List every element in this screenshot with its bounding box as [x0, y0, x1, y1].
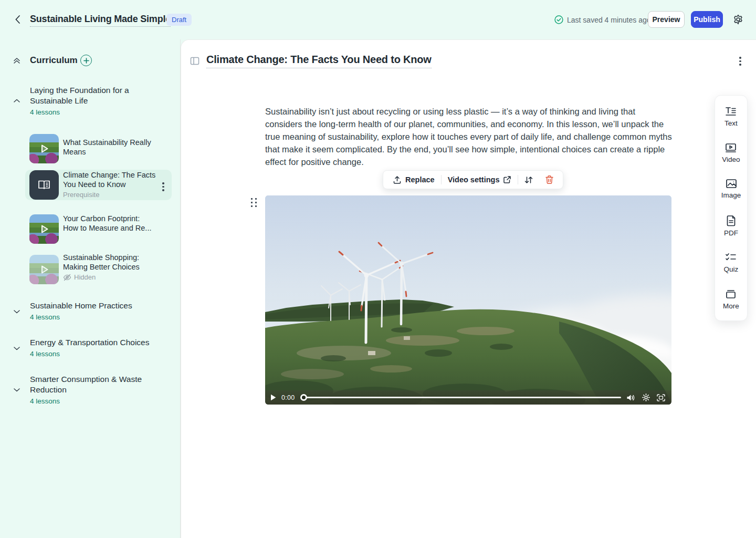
lesson-item-carbon-footprint[interactable]: Your Carbon Footprint: How to Measure an…	[25, 210, 172, 249]
video-settings-label: Video settings	[448, 175, 500, 184]
status-badge: Draft	[166, 14, 192, 26]
section-3-title[interactable]: Energy & Transportation Choices	[30, 337, 159, 348]
lesson-item-sustainable-shopping[interactable]: Sustainable Shopping: Making Better Choi…	[25, 251, 172, 288]
move-up-down-icon	[524, 175, 533, 184]
delete-block-button[interactable]	[539, 171, 560, 189]
lesson-item-climate-change[interactable]: Climate Change: The Facts You Need to Kn…	[25, 170, 172, 200]
lesson-video-thumbnail	[29, 214, 59, 244]
lesson-title: Your Carbon Footprint: How to Measure an…	[63, 214, 156, 233]
more-blocks-icon	[725, 289, 737, 299]
play-button[interactable]	[270, 394, 276, 401]
chevron-up-icon	[13, 97, 21, 105]
video-player[interactable]: 0:00	[265, 195, 671, 405]
section-2-meta: 4 lessons	[30, 313, 60, 321]
palette-label: More	[723, 302, 739, 310]
replace-label: Replace	[405, 175, 435, 184]
play-icon	[29, 214, 59, 244]
image-block-icon	[726, 179, 737, 189]
video-block-toolbar: Replace Video settings	[383, 170, 563, 189]
check-circle-icon	[554, 15, 563, 24]
reorder-block-button[interactable]	[518, 171, 539, 189]
curriculum-title: Curriculum	[30, 55, 78, 66]
replace-button[interactable]: Replace	[386, 171, 441, 189]
current-time: 0:00	[281, 394, 295, 401]
panel-left-icon	[190, 56, 200, 66]
play-icon	[29, 255, 59, 284]
palette-label: Quiz	[724, 265, 739, 273]
back-button[interactable]	[12, 14, 23, 25]
add-text-block-button[interactable]: Text	[724, 106, 738, 127]
section-3-chevron[interactable]	[13, 344, 21, 353]
external-link-icon	[503, 175, 511, 184]
volume-button[interactable]	[626, 394, 635, 401]
last-saved-text: Last saved 4 minutes ago	[567, 16, 651, 24]
content-block-palette: Text Video Image	[715, 95, 748, 321]
section-3-meta: 4 lessons	[30, 350, 60, 358]
palette-label: PDF	[724, 229, 738, 237]
section-4-meta: 4 lessons	[30, 397, 60, 405]
chevron-down-icon	[13, 386, 21, 394]
open-book-icon	[37, 179, 51, 191]
lesson-subtitle: Hidden	[74, 273, 96, 281]
add-video-block-button[interactable]: Video	[722, 143, 740, 163]
sidebar-toggle-button[interactable]	[190, 56, 200, 66]
lesson-item-what-sustainability[interactable]: What Sustainability Really Means	[25, 130, 172, 168]
add-image-block-button[interactable]: Image	[721, 179, 741, 199]
play-icon	[29, 134, 59, 163]
lesson-title: Climate Change: The Facts You Need to Kn…	[63, 170, 156, 189]
lesson-subtitle: Prerequisite	[63, 191, 99, 199]
section-2-title[interactable]: Sustainable Home Practices	[30, 301, 159, 311]
lesson-menu-button[interactable]	[162, 182, 164, 191]
more-blocks-button[interactable]: More	[723, 289, 739, 310]
double-chevron-up-icon	[12, 56, 22, 65]
quiz-block-icon	[725, 252, 737, 263]
eye-off-icon	[63, 274, 71, 281]
section-1-title[interactable]: Laying the Foundation for a Sustainable …	[30, 85, 159, 106]
progress-track[interactable]	[306, 397, 621, 398]
upload-icon	[393, 175, 402, 184]
lesson-title: Sustainable Shopping: Making Better Choi…	[63, 253, 156, 272]
chevron-down-icon	[13, 344, 21, 353]
publish-button[interactable]: Publish	[691, 11, 723, 28]
palette-label: Text	[724, 119, 738, 127]
trash-icon	[545, 175, 554, 184]
lesson-title: What Sustainability Really Means	[63, 138, 156, 157]
section-4-chevron[interactable]	[13, 386, 21, 394]
video-frame-wind-turbines	[265, 195, 671, 405]
add-quiz-block-button[interactable]: Quiz	[724, 252, 739, 273]
chevron-left-icon	[15, 15, 20, 24]
settings-gear-button[interactable]	[732, 14, 744, 25]
course-builder-app: Sustainable Living Made Simple Draft Las…	[0, 0, 756, 538]
add-pdf-block-button[interactable]: PDF	[724, 215, 738, 237]
lesson-page-title[interactable]: Climate Change: The Facts You Need to Kn…	[206, 54, 432, 68]
curriculum-header: Curriculum	[0, 54, 180, 68]
curriculum-sidebar: Curriculum Laying the Foundation for a S…	[0, 39, 181, 538]
section-2-chevron[interactable]	[13, 307, 21, 316]
lesson-paragraph[interactable]: Sustainability isn’t just about recyclin…	[265, 105, 673, 168]
preview-button[interactable]: Preview	[648, 11, 685, 28]
section-4-title[interactable]: Smarter Consumption & Waste Reduction	[30, 374, 159, 395]
section-1-meta: 4 lessons	[30, 108, 60, 116]
topbar: Sustainable Living Made Simple Draft Las…	[0, 0, 756, 39]
plus-icon	[83, 58, 89, 64]
lesson-header: Climate Change: The Facts You Need to Kn…	[181, 53, 756, 71]
chevron-down-icon	[13, 307, 21, 316]
section-1-chevron[interactable]	[13, 97, 21, 105]
block-drag-handle[interactable]	[251, 198, 257, 208]
video-controls-bar: 0:00	[265, 390, 671, 405]
last-saved-status: Last saved 4 minutes ago	[554, 15, 651, 24]
fullscreen-button[interactable]	[657, 394, 665, 401]
palette-label: Image	[721, 191, 741, 199]
video-settings-button[interactable]: Video settings	[442, 171, 518, 189]
lesson-editor-panel: Climate Change: The Facts You Need to Kn…	[181, 39, 756, 538]
course-title[interactable]: Sustainable Living Made Simple	[30, 14, 171, 27]
add-section-button[interactable]	[80, 55, 92, 66]
palette-label: Video	[722, 156, 740, 163]
reading-lesson-icon	[29, 170, 59, 200]
player-settings-button[interactable]	[642, 394, 650, 401]
lesson-video-thumbnail	[29, 134, 59, 163]
lesson-video-thumbnail	[29, 255, 59, 284]
lesson-options-button[interactable]	[739, 57, 741, 66]
lesson-hidden-status: Hidden	[63, 273, 96, 281]
collapse-all-button[interactable]	[12, 56, 22, 65]
